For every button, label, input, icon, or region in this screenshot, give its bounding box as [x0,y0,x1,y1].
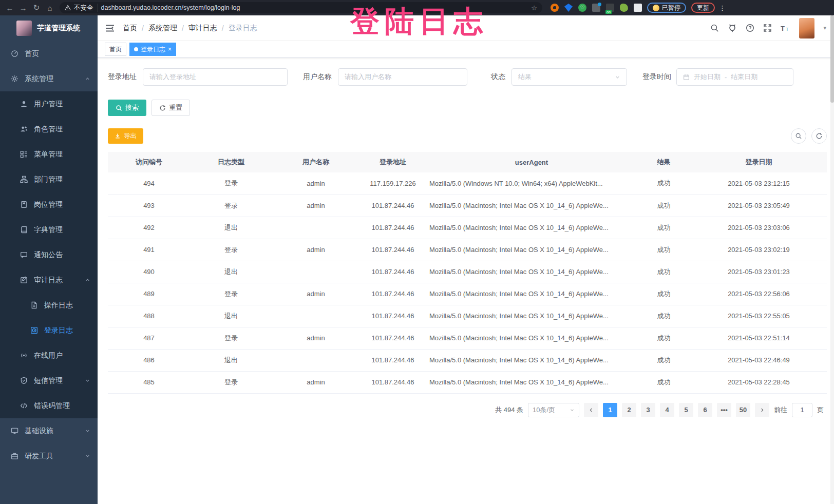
chevron-down-icon [85,428,90,434]
plant-extension-icon[interactable] [620,4,628,12]
sidebar-item-label: 研发工具 [25,452,53,461]
sidebar-item-label: 字典管理 [34,225,63,235]
scrollbar-thumb[interactable] [830,15,834,103]
page-button-50[interactable]: 50 [736,403,750,417]
next-page-button[interactable] [755,403,769,417]
sidebar-item-notice-announcement[interactable]: 通知公告 [0,242,98,267]
login-address-input[interactable]: 请输入登录地址 [143,68,288,86]
hamburger-icon[interactable] [105,24,115,32]
blue-gem-extension-icon[interactable] [564,4,573,12]
login-address-label: 登录地址 [108,72,137,82]
browser-menu-icon[interactable]: ⋮ [719,4,726,12]
cell-date: 2021-05-03 22:56:06 [691,283,827,305]
briefcase-icon [10,452,18,460]
prev-page-button[interactable] [584,403,598,417]
cell-useragent: Mozilla/5.0 (Macintosh; Intel Mac OS X 1… [426,327,637,349]
forward-icon[interactable]: → [16,4,30,12]
sidebar-item-sms-management[interactable]: 短信管理 [0,368,98,393]
login-time-range-picker[interactable]: 开始日期 - 结束日期 [676,68,793,86]
search-button[interactable]: 搜索 [108,100,146,116]
sidebar-item-error-code-management[interactable]: 错误码管理 [0,393,98,418]
sidebar-item-infrastructure[interactable]: 基础设施 [0,418,98,443]
tab-login-log[interactable]: 登录日志 × [129,43,176,56]
table-row: 491登录admin101.87.244.46Mozilla/5.0 (Maci… [108,239,827,261]
fullscreen-icon[interactable] [763,24,772,32]
table-row: 488退出101.87.244.46Mozilla/5.0 (Macintosh… [108,305,827,327]
page-size-value: 10条/页 [533,405,555,415]
page-size-select[interactable]: 10条/页 [528,403,579,417]
sidebar-item-system-management[interactable]: 系统管理 [0,66,98,91]
puzzle-extension-icon[interactable] [634,4,642,12]
cell-id: 492 [108,217,190,239]
address-bar[interactable]: 不安全 dashboard.yudao.iocoder.cn/system/lo… [60,2,542,13]
help-icon[interactable] [746,24,754,32]
sidebar-item-post-management[interactable]: 岗位管理 [0,192,98,217]
breadcrumb-home[interactable]: 首页 [123,24,137,33]
security-label[interactable]: 不安全 [74,4,98,12]
avatar[interactable] [799,18,814,38]
cell-ip: 101.87.244.46 [359,349,426,371]
close-icon[interactable]: × [168,46,172,53]
sidebar-item-label: 用户管理 [34,100,63,109]
page-button-6[interactable]: 6 [698,403,712,417]
page-button-5[interactable]: 5 [679,403,693,417]
paused-chip[interactable]: 已暂停 [647,3,686,13]
cell-id: 486 [108,349,190,371]
sidebar-item-user-management[interactable]: 用户管理 [0,91,98,117]
green-heart-extension-icon[interactable]: ♡ [578,4,586,12]
toggle-search-button[interactable] [791,128,806,144]
reset-button[interactable]: 重置 [151,100,190,116]
sidebar-item-dict-management[interactable]: 字典管理 [0,217,98,242]
sidebar-item-operation-log[interactable]: 操作日志 [0,293,98,318]
sidebar-item-online-users[interactable]: 在线用户 [0,343,98,368]
sidebar-item-dev-tools[interactable]: 研发工具 [0,443,98,469]
status-select[interactable]: 结果 [511,68,627,86]
home-icon[interactable]: ⌂ [43,4,56,12]
sidebar-item-dept-management[interactable]: 部门管理 [0,167,98,192]
search-icon[interactable] [710,24,719,32]
table-row: 494登录admin117.159.17.226Mozilla/5.0 (Win… [108,172,827,195]
sidebar-item-home[interactable]: 首页 [0,41,98,66]
cell-date: 2021-05-03 23:03:06 [691,217,827,239]
update-button[interactable]: 更新 [691,3,715,13]
breadcrumb-audit-log[interactable]: 审计日志 [188,24,217,33]
page-button-3[interactable]: 3 [641,403,655,417]
tab-home[interactable]: 首页 [105,43,126,56]
export-button[interactable]: 导出 [108,128,143,144]
grid-extension-icon[interactable] [592,4,600,12]
github-icon[interactable] [728,24,737,33]
bookmark-star-icon[interactable]: ☆ [531,4,537,12]
sidebar-item-login-log[interactable]: 登录日志 [0,318,98,343]
cell-useragent: Mozilla/5.0 (Windows NT 10.0; Win64; x64… [426,172,637,195]
refresh-icon [159,105,166,111]
orange-extension-icon[interactable] [551,4,559,12]
cell-type: 退出 [190,349,272,371]
dashboard-icon [10,50,18,58]
scrollbar[interactable] [830,15,834,504]
page-button-2[interactable]: 2 [622,403,636,417]
app-logo[interactable]: 芋道管理系统 [0,15,98,41]
username-input[interactable]: 请输入用户名称 [338,68,467,86]
cell-date: 2021-05-03 22:55:05 [691,305,827,327]
more-pages-button[interactable]: ••• [717,403,731,417]
sidebar-item-audit-log[interactable]: 审计日志 [0,267,98,293]
page-button-1[interactable]: 1 [603,403,617,417]
login-log-icon [30,326,38,335]
back-icon[interactable]: ← [3,4,16,12]
url-text[interactable]: dashboard.yudao.iocoder.cn/system/log/lo… [101,4,528,11]
cell-result: 成功 [637,283,691,305]
list-on-extension-icon[interactable] [606,4,614,12]
sidebar-item-menu-management[interactable]: 菜单管理 [0,142,98,167]
cell-ip: 117.159.17.226 [359,172,426,195]
goto-page-input[interactable] [792,403,812,417]
font-size-icon[interactable]: TT [781,24,790,32]
sidebar-item-role-management[interactable]: 角色管理 [0,117,98,142]
page-button-4[interactable]: 4 [660,403,674,417]
refresh-table-button[interactable] [811,128,827,144]
cell-date: 2021-05-03 23:12:15 [691,172,827,195]
reload-icon[interactable]: ↻ [30,3,43,12]
breadcrumb-system-management[interactable]: 系统管理 [148,24,177,33]
chevron-down-icon[interactable]: ▾ [823,25,826,31]
cell-useragent: Mozilla/5.0 (Macintosh; Intel Mac OS X 1… [426,283,637,305]
cell-ip: 101.87.244.46 [359,327,426,349]
